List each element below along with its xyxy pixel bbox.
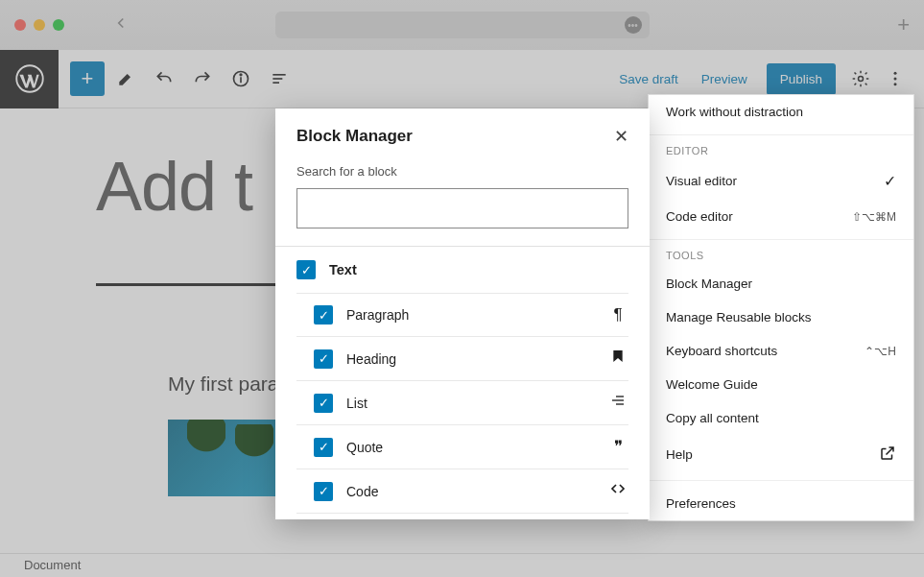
checkbox-checked[interactable]: ✓ [314, 394, 333, 413]
maximize-window-button[interactable] [53, 19, 64, 31]
add-block-button[interactable]: + [70, 61, 105, 96]
search-label: Search for a block [296, 164, 628, 179]
preview-button[interactable]: Preview [690, 64, 759, 94]
block-list: ✓ Paragraph ¶ ✓ Heading ✓ List ✓ Quo [296, 293, 628, 514]
svg-point-9 [894, 78, 897, 81]
checkbox-checked[interactable]: ✓ [296, 260, 316, 279]
menu-item-welcome-guide[interactable]: Welcome Guide [649, 368, 913, 401]
block-row-heading[interactable]: ✓ Heading [296, 337, 628, 381]
menu-item-label: Manage Reusable blocks [666, 310, 812, 325]
menu-item-block-manager[interactable]: Block Manager [649, 267, 913, 301]
block-row-quote[interactable]: ✓ Quote ❞ [296, 425, 628, 469]
options-dropdown: Work without distraction EDITOR Visual e… [648, 94, 914, 521]
checkbox-checked[interactable]: ✓ [314, 349, 333, 369]
menu-item-label: Code editor [666, 209, 733, 224]
menu-item-label: Welcome Guide [666, 377, 758, 392]
modal-header: Block Manager ✕ [275, 108, 650, 164]
menu-item-label: Copy all content [666, 411, 759, 425]
block-label: Heading [346, 351, 594, 367]
category-label: Text [329, 262, 357, 277]
menu-item-label: Help [666, 447, 693, 462]
menu-section-editor: EDITOR [649, 134, 913, 162]
wordpress-logo[interactable] [0, 50, 59, 108]
list-icon [607, 393, 628, 413]
menu-item-code-editor[interactable]: Code editor ⇧⌥⌘M [649, 200, 913, 233]
shortcut-label: ⌃⌥H [865, 345, 896, 358]
menu-separator [649, 480, 913, 481]
code-icon [607, 481, 628, 501]
window-titlebar: ••• + [0, 0, 924, 50]
svg-point-10 [894, 83, 897, 85]
settings-icon[interactable] [843, 61, 878, 96]
reader-icon[interactable]: ••• [625, 16, 642, 34]
block-row-list[interactable]: ✓ List [296, 381, 628, 425]
traffic-lights [14, 19, 64, 31]
external-link-icon [879, 445, 896, 465]
back-button[interactable] [112, 14, 130, 36]
menu-section-tools: TOOLS [649, 239, 913, 267]
info-icon[interactable] [224, 61, 258, 96]
quote-icon: ❞ [607, 437, 628, 457]
paragraph-icon: ¶ [607, 305, 628, 325]
svg-point-8 [894, 72, 897, 75]
modal-body: ✓ Text ✓ Paragraph ¶ ✓ Heading ✓ List [275, 247, 650, 519]
menu-item-help[interactable]: Help [649, 435, 913, 474]
outline-icon[interactable] [262, 61, 296, 96]
heading-icon [607, 349, 628, 369]
svg-point-7 [859, 77, 864, 82]
block-label: Quote [346, 440, 594, 455]
publish-button[interactable]: Publish [767, 63, 836, 95]
edit-icon[interactable] [108, 61, 143, 96]
menu-item-label: Visual editor [666, 174, 737, 188]
modal-search-section: Search for a block [275, 164, 650, 246]
menu-item-label: Work without distraction [666, 105, 803, 119]
check-icon [884, 172, 896, 190]
shortcut-label: ⇧⌥⌘M [852, 210, 896, 224]
status-bar: Document [0, 553, 924, 577]
checkbox-checked[interactable]: ✓ [314, 305, 333, 325]
menu-item-preferences[interactable]: Preferences [649, 487, 913, 520]
close-window-button[interactable] [14, 19, 26, 31]
undo-button[interactable] [147, 61, 181, 96]
menu-item-visual-editor[interactable]: Visual editor [649, 162, 913, 200]
menu-item-copy-all[interactable]: Copy all content [649, 401, 913, 435]
block-category-row[interactable]: ✓ Text [275, 247, 650, 293]
menu-item-label: Keyboard shortcuts [666, 344, 777, 358]
menu-item-distraction-free[interactable]: Work without distraction [649, 95, 913, 129]
block-row-code[interactable]: ✓ Code [296, 469, 628, 514]
more-options-button[interactable] [878, 61, 912, 96]
checkbox-checked[interactable]: ✓ [314, 482, 333, 501]
save-draft-button[interactable]: Save draft [607, 64, 690, 94]
menu-item-label: Block Manager [666, 276, 752, 291]
block-label: List [346, 396, 594, 411]
block-label: Paragraph [346, 307, 594, 323]
minimize-window-button[interactable] [34, 19, 45, 31]
block-row-paragraph[interactable]: ✓ Paragraph ¶ [296, 294, 628, 337]
block-label: Code [346, 484, 594, 499]
breadcrumb[interactable]: Document [24, 558, 81, 572]
menu-item-reusable-blocks[interactable]: Manage Reusable blocks [649, 301, 913, 334]
modal-title: Block Manager [296, 127, 413, 146]
svg-point-3 [240, 74, 242, 76]
block-manager-modal: Block Manager ✕ Search for a block ✓ Tex… [275, 108, 650, 519]
redo-button[interactable] [185, 61, 220, 96]
address-bar[interactable]: ••• [275, 12, 650, 38]
menu-item-keyboard-shortcuts[interactable]: Keyboard shortcuts ⌃⌥H [649, 334, 913, 368]
search-input[interactable] [296, 188, 628, 228]
menu-item-label: Preferences [666, 496, 736, 511]
checkbox-checked[interactable]: ✓ [314, 438, 333, 457]
new-tab-button[interactable]: + [897, 12, 910, 37]
close-icon[interactable]: ✕ [614, 126, 628, 147]
